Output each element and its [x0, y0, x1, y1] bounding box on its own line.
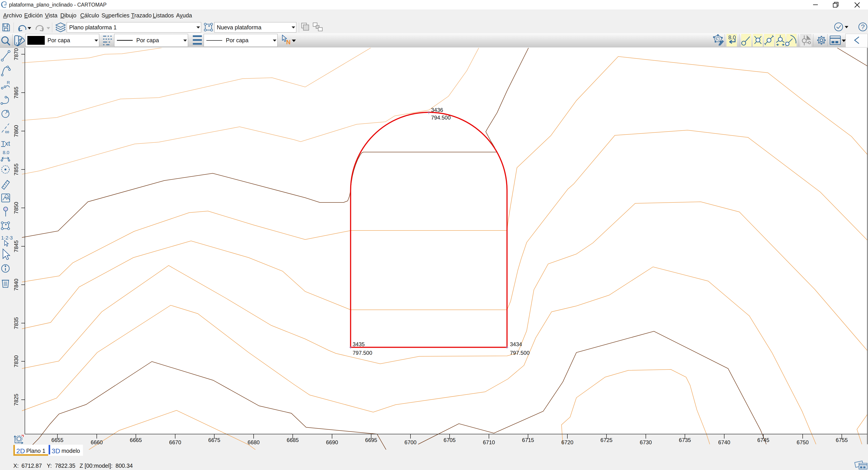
svg-text:7822.35: 7822.35 [55, 463, 75, 469]
svg-text:6655: 6655 [51, 437, 63, 443]
svg-text:3434: 3434 [510, 341, 522, 347]
svg-text:6705: 6705 [443, 437, 456, 443]
svg-text:6712.87: 6712.87 [22, 463, 42, 469]
svg-text:2D: 2D [16, 447, 25, 455]
svg-text:7860: 7860 [13, 125, 19, 137]
svg-text:7855: 7855 [13, 163, 19, 175]
svg-text:modelo: modelo [61, 448, 80, 454]
svg-text:3435: 3435 [352, 341, 365, 347]
svg-text:7850: 7850 [13, 202, 19, 214]
svg-text:xt: xt [5, 140, 10, 147]
svg-text:7865: 7865 [13, 87, 19, 98]
svg-text:?: ? [861, 23, 865, 31]
svg-text:7835: 7835 [13, 317, 19, 329]
svg-text:R: R [7, 80, 10, 85]
svg-text:6740: 6740 [718, 439, 730, 445]
svg-text:7870: 7870 [13, 48, 19, 60]
svg-text:7825: 7825 [13, 394, 19, 406]
svg-text:T: T [1, 140, 5, 147]
svg-text:7840: 7840 [13, 279, 19, 290]
svg-text:Y:: Y: [47, 463, 52, 469]
svg-text:800.34: 800.34 [116, 463, 133, 469]
svg-text:797.500: 797.500 [352, 350, 372, 356]
svg-text:X:: X: [13, 463, 19, 469]
svg-text:3D: 3D [52, 447, 60, 455]
svg-text:Z [00:model]:: Z [00:model]: [80, 463, 113, 469]
svg-text:7830: 7830 [13, 355, 19, 367]
svg-text:6695: 6695 [365, 437, 377, 443]
svg-text:6660: 6660 [91, 439, 103, 445]
svg-text:6700: 6700 [404, 439, 416, 445]
svg-text:6675: 6675 [208, 437, 220, 443]
svg-text:6750: 6750 [797, 439, 809, 445]
svg-text:7845: 7845 [13, 240, 19, 252]
svg-text:6745: 6745 [757, 437, 769, 443]
svg-text:6735: 6735 [679, 437, 691, 443]
svg-text:6720: 6720 [561, 439, 573, 445]
svg-text:6665: 6665 [130, 437, 142, 443]
svg-text:3436: 3436 [431, 107, 443, 113]
svg-text:6710: 6710 [483, 439, 495, 445]
svg-text:6725: 6725 [600, 437, 612, 443]
svg-text:8.0: 8.0 [3, 150, 9, 155]
svg-text:6755: 6755 [836, 437, 848, 443]
svg-text:∞: ∞ [5, 128, 9, 135]
svg-text:6680: 6680 [248, 439, 259, 445]
svg-text:6730: 6730 [640, 439, 652, 445]
svg-text:6685: 6685 [287, 437, 299, 443]
svg-text:6715: 6715 [522, 437, 534, 443]
svg-text:Plano 1: Plano 1 [26, 448, 45, 454]
svg-text:1·2·3: 1·2·3 [1, 235, 13, 241]
svg-text:6670: 6670 [169, 439, 181, 445]
svg-text:797.500: 797.500 [510, 350, 530, 356]
svg-text:794.500: 794.500 [431, 115, 451, 121]
svg-text:6690: 6690 [326, 439, 338, 445]
